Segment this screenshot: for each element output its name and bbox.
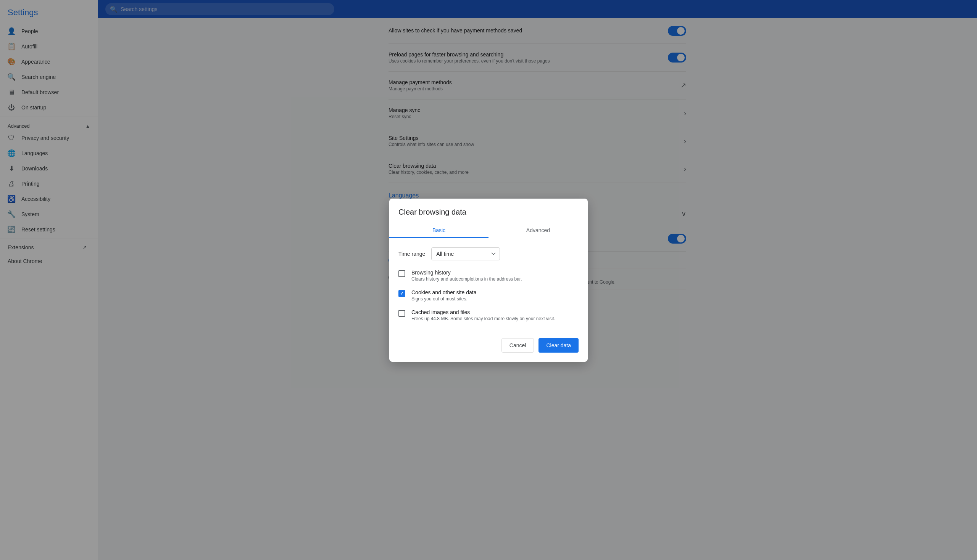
dialog-footer: Cancel Clear data (389, 338, 588, 362)
checkbox-cached-input[interactable] (398, 310, 405, 317)
dialog-tabs: Basic Advanced (389, 223, 588, 238)
checkbox-browsing-history[interactable]: Browsing history Clears history and auto… (398, 270, 579, 282)
dialog-body: Time range All time Last hour Last 24 ho… (389, 238, 588, 338)
clear-browsing-dialog: Clear browsing data Basic Advanced Time … (389, 198, 588, 362)
dialog-overlay[interactable]: Clear browsing data Basic Advanced Time … (0, 0, 977, 560)
tab-basic[interactable]: Basic (389, 223, 488, 238)
checkbox-cookies-input[interactable] (398, 290, 405, 297)
time-range-label: Time range (398, 251, 425, 257)
time-range-select[interactable]: All time Last hour Last 24 hours Last 7 … (431, 247, 500, 260)
tab-advanced[interactable]: Advanced (488, 223, 588, 238)
checkbox-cached[interactable]: Cached images and files Frees up 44.8 MB… (398, 309, 579, 322)
checkbox-cookies[interactable]: Cookies and other site data Signs you ou… (398, 289, 579, 302)
cancel-button[interactable]: Cancel (502, 338, 534, 353)
time-range-row: Time range All time Last hour Last 24 ho… (398, 247, 579, 260)
clear-data-button[interactable]: Clear data (539, 338, 579, 353)
checkbox-browsing-history-input[interactable] (398, 270, 405, 277)
dialog-title: Clear browsing data (389, 198, 588, 217)
